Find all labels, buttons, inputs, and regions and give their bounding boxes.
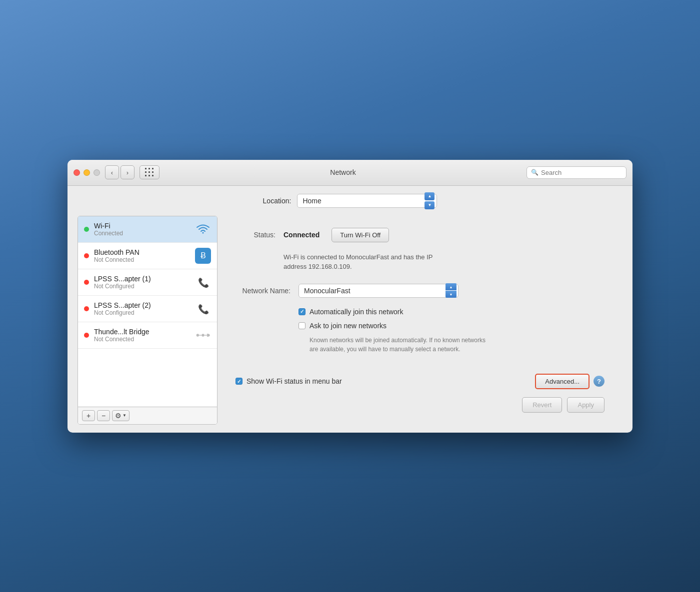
sidebar-list: Wi-Fi Connected xyxy=(78,216,217,407)
thunderbolt-item-status: Not Connected xyxy=(94,336,190,343)
forward-button[interactable]: › xyxy=(120,165,134,179)
sidebar-item-thunderbolt[interactable]: Thunde...lt Bridge Not Connected xyxy=(78,322,217,349)
network-name-select[interactable]: MonocularFast xyxy=(298,284,458,298)
grid-button[interactable] xyxy=(140,165,160,179)
status-description: Wi-Fi is connected to MonocularFast and … xyxy=(284,252,444,272)
thunderbolt-item-name: Thunde...lt Bridge xyxy=(94,328,190,336)
maximize-button[interactable] xyxy=(94,169,100,176)
add-network-button[interactable]: + xyxy=(82,410,95,421)
titlebar: ‹ › Network 🔍 xyxy=(68,160,632,186)
sidebar: Wi-Fi Connected xyxy=(78,216,218,425)
lpss2-item-text: LPSS S...apter (2) Not Configured xyxy=(94,301,190,316)
show-wifi-left: ✓ Show Wi-Fi status in menu bar xyxy=(236,377,342,385)
location-select-wrapper: Home ▲ ▼ xyxy=(297,194,437,208)
show-wifi-checkbox[interactable]: ✓ xyxy=(236,378,242,385)
network-name-select-wrapper: MonocularFast ▲ ▼ xyxy=(298,284,458,298)
auto-join-row[interactable]: ✓ Automatically join this network xyxy=(298,308,604,316)
close-button[interactable] xyxy=(74,169,80,176)
auto-join-checkbox-wrapper[interactable]: ✓ Automatically join this network xyxy=(298,308,404,316)
location-select[interactable]: Home xyxy=(297,194,437,208)
thunderbolt-status-dot xyxy=(84,333,89,338)
sidebar-toolbar: + − ⚙ ▼ xyxy=(78,407,217,424)
network-window: ‹ › Network 🔍 Location: Home xyxy=(68,160,632,433)
back-button[interactable]: ‹ xyxy=(105,165,119,179)
show-wifi-label: Show Wi-Fi status in menu bar xyxy=(246,377,342,385)
bluetooth-status-dot xyxy=(84,253,89,258)
body-layout: Wi-Fi Connected xyxy=(78,216,622,425)
lpss2-item-status: Not Configured xyxy=(94,309,190,316)
sidebar-item-lpss1[interactable]: LPSS S...apter (1) Not Configured 📞 xyxy=(78,269,217,296)
bluetooth-item-text: Bluetooth PAN Not Connected xyxy=(94,248,190,263)
minus-icon: − xyxy=(102,412,106,420)
back-icon: ‹ xyxy=(111,169,113,176)
sidebar-item-wifi[interactable]: Wi-Fi Connected xyxy=(78,216,217,243)
action-buttons: Revert Apply xyxy=(236,397,604,413)
wifi-item-name: Wi-Fi xyxy=(94,222,190,230)
network-settings-button[interactable]: ⚙ ▼ xyxy=(112,410,130,421)
bluetooth-item-status: Not Connected xyxy=(94,256,190,263)
gear-icon: ⚙ xyxy=(115,412,122,420)
svg-text:📞: 📞 xyxy=(198,304,210,315)
help-button[interactable]: ? xyxy=(594,376,604,387)
status-value: Connected xyxy=(284,231,320,239)
search-icon: 🔍 xyxy=(531,169,538,176)
location-bar: Location: Home ▲ ▼ xyxy=(78,194,622,208)
apply-button[interactable]: Apply xyxy=(567,397,604,413)
remove-network-button[interactable]: − xyxy=(97,410,110,421)
thunderbolt-dots-icon xyxy=(195,327,211,343)
sidebar-item-bluetooth[interactable]: Bluetooth PAN Not Connected Ƀ xyxy=(78,243,217,269)
bluetooth-icon: Ƀ xyxy=(195,248,211,264)
show-wifi-checkmark: ✓ xyxy=(237,379,241,384)
auto-join-checkmark: ✓ xyxy=(300,309,304,314)
lpss1-phone-icon: 📞 xyxy=(195,274,211,290)
thunderbolt-item-text: Thunde...lt Bridge Not Connected xyxy=(94,328,190,343)
status-row: Status: Connected Turn Wi-Fi Off xyxy=(236,228,604,242)
lpss1-item-status: Not Configured xyxy=(94,283,190,290)
lpss1-item-name: LPSS S...apter (1) xyxy=(94,275,190,283)
lpss1-item-text: LPSS S...apter (1) Not Configured xyxy=(94,275,190,290)
detail-panel: Status: Connected Turn Wi-Fi Off Wi-Fi i… xyxy=(218,216,622,425)
ask-join-checkbox[interactable] xyxy=(298,322,306,329)
nav-buttons: ‹ › xyxy=(105,165,134,179)
auto-join-checkbox[interactable]: ✓ xyxy=(298,308,306,315)
lpss1-status-dot xyxy=(84,280,89,285)
network-name-row: Network Name: MonocularFast ▲ ▼ xyxy=(236,284,604,298)
svg-point-3 xyxy=(202,334,204,336)
forward-icon: › xyxy=(126,169,128,176)
turn-wifi-button[interactable]: Turn Wi-Fi Off xyxy=(332,228,389,242)
lpss2-item-name: LPSS S...apter (2) xyxy=(94,301,190,309)
window-title: Network xyxy=(164,168,522,176)
bottom-section: ✓ Show Wi-Fi status in menu bar Advanced… xyxy=(236,364,604,413)
grid-icon xyxy=(145,168,154,177)
wifi-signal-icon xyxy=(195,221,211,237)
traffic-lights xyxy=(74,169,100,176)
revert-button[interactable]: Revert xyxy=(522,397,562,413)
sidebar-item-lpss2[interactable]: LPSS S...apter (2) Not Configured 📞 xyxy=(78,296,217,322)
lpss2-phone-icon: 📞 xyxy=(195,301,211,317)
gear-dropdown-icon: ▼ xyxy=(122,413,126,418)
wifi-item-status: Connected xyxy=(94,230,190,237)
auto-join-label: Automatically join this network xyxy=(310,308,404,316)
lpss2-status-dot xyxy=(84,306,89,311)
search-input[interactable] xyxy=(541,169,622,176)
svg-text:📞: 📞 xyxy=(198,277,210,288)
network-name-label: Network Name: xyxy=(236,287,290,295)
svg-point-2 xyxy=(196,334,199,336)
ask-join-description: Known networks will be joined automatica… xyxy=(310,336,490,354)
bluetooth-item-name: Bluetooth PAN xyxy=(94,248,190,256)
main-content: Location: Home ▲ ▼ xyxy=(68,186,632,433)
ask-join-row[interactable]: Ask to join new networks xyxy=(298,322,604,330)
minimize-button[interactable] xyxy=(84,169,90,176)
plus-icon: + xyxy=(86,412,90,420)
wifi-item-text: Wi-Fi Connected xyxy=(94,222,190,237)
search-bar[interactable]: 🔍 xyxy=(526,166,626,179)
ask-join-checkbox-wrapper[interactable]: Ask to join new networks xyxy=(298,322,386,330)
wifi-status-dot xyxy=(84,227,89,232)
location-label: Location: xyxy=(263,197,292,205)
show-wifi-row: ✓ Show Wi-Fi status in menu bar Advanced… xyxy=(236,374,604,389)
ask-join-label: Ask to join new networks xyxy=(310,322,386,330)
advanced-button[interactable]: Advanced... xyxy=(535,374,590,389)
status-label: Status: xyxy=(236,231,276,239)
